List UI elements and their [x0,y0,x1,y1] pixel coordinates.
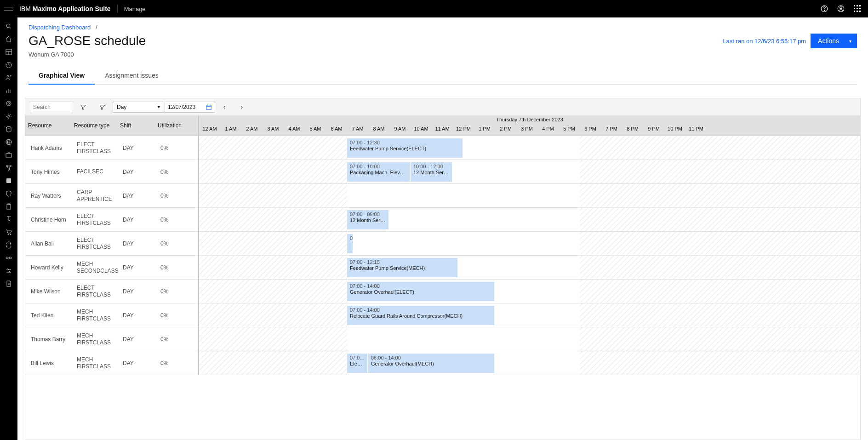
hour-header: 6 PM [580,124,601,136]
rail-database-icon[interactable] [5,125,13,133]
resource-row[interactable]: Tony HimesFACILSECDAY0% [25,160,198,184]
hour-header: 7 AM [347,124,368,136]
svg-point-39 [10,234,11,235]
help-icon[interactable] [820,5,828,13]
date-input[interactable]: 12/07/2023 [165,102,215,113]
task-bar[interactable]: 07:00 - 09:0012 Month Serv... [347,210,388,229]
resource-row[interactable]: Allan BallELECT FIRSTCLASSDAY0% [25,232,198,256]
user-icon[interactable] [837,5,845,13]
svg-point-38 [8,234,9,235]
tab-graphical-view[interactable]: Graphical View [29,67,95,85]
resource-row[interactable]: Ray WattersCARP APPRENTICEDAY0% [25,184,198,208]
rail-app-icon[interactable] [5,177,13,185]
resource-row[interactable]: Howard KellyMECH SECONDCLASSDAY0% [25,256,198,280]
app-name[interactable]: Manage [124,6,146,12]
rail-home-icon[interactable] [5,35,13,43]
brand: IBM Maximo Application Suite [19,5,111,12]
rail-search-icon[interactable] [5,22,13,30]
resource-shift: DAY [120,145,158,151]
rail-shield-icon[interactable] [5,189,13,198]
timeline-pane: Thursday 7th December 2023 12 AM1 AM2 AM… [199,116,860,375]
svg-rect-6 [859,5,861,6]
task-time: 07:00 - 12:15 [350,259,455,265]
col-header-util[interactable]: Utilization [155,116,192,129]
rail-analytics-icon[interactable] [5,86,13,95]
next-day-button[interactable]: › [234,104,250,110]
rail-document-icon[interactable] [5,280,13,288]
task-title: Feedwater Pump Service(MECH) [350,265,455,271]
task-bar[interactable]: 07:00 - 12:30Feedwater Pump Service(ELEC… [347,138,463,158]
resource-util: 0% [158,217,194,223]
hour-header: 11 PM [685,124,707,136]
clear-filter-icon[interactable] [93,100,112,114]
actions-button[interactable]: Actions ▾ [811,34,857,48]
hamburger-menu[interactable] [4,4,13,13]
resource-shift: DAY [120,193,158,199]
breadcrumb-link[interactable]: Dispatching Dashboard [29,24,91,31]
hour-header: 4 AM [284,124,305,136]
hour-header: 1 PM [474,124,495,136]
timeline-row [199,327,860,351]
svg-point-46 [9,272,11,273]
rail-sliders-icon[interactable] [5,267,13,275]
rail-loop-icon[interactable] [5,241,13,249]
resource-type: ELECT FIRSTCLASS [74,141,120,154]
prev-day-button[interactable]: ‹ [216,104,233,110]
resource-row[interactable]: Hank AdamsELECT FIRSTCLASSDAY0% [25,136,198,160]
rail-dashboard-icon[interactable] [5,48,13,56]
task-time: 08:00 - 14:00 [371,355,491,361]
tab-assignment-issues[interactable]: Assignment issues [95,67,169,84]
rail-clipboard-icon[interactable] [5,202,13,211]
period-select[interactable]: Day ▾ [113,102,164,113]
hour-header: 8 PM [622,124,643,136]
filter-icon[interactable] [74,100,92,114]
task-bar[interactable]: 07:00 - 12:15Feedwater Pump Service(MECH… [347,258,457,277]
task-bar[interactable]: 0P [347,234,353,253]
svg-rect-31 [6,154,11,157]
rail-people-icon[interactable] [5,74,13,82]
task-bar[interactable]: 07:00 - 14:00Generator Overhaul(ELECT) [347,282,494,301]
topbar: IBM Maximo Application Suite Manage [0,0,868,17]
timeline-row: 0P [199,232,860,256]
resource-row[interactable]: Christine HornELECT FIRSTCLASSDAY0% [25,208,198,232]
task-bar[interactable]: 10:00 - 12:0012 Month Serv... [411,162,452,182]
rail-globe-icon[interactable] [5,138,13,146]
task-bar[interactable]: 07:00 - 10:00Packaging Mach. Elevat... [347,162,410,182]
resource-shift: DAY [120,264,158,271]
resource-util: 0% [158,288,194,295]
resource-name: Allan Ball [28,240,74,247]
resource-shift: DAY [120,288,158,295]
resource-name: Christine Horn [28,217,74,223]
hour-header: 2 PM [495,124,516,136]
resource-row[interactable]: Mike WilsonELECT FIRSTCLASSDAY0% [25,280,198,303]
col-header-resource[interactable]: Resource [25,116,71,129]
rail-briefcase-icon[interactable] [5,151,13,159]
col-header-type[interactable]: Resource type [71,116,117,129]
rail-link-icon[interactable] [5,254,13,262]
svg-point-24 [6,101,11,106]
task-bar[interactable]: 07:0...Elect... [347,354,367,373]
resource-row[interactable]: Thomas BarryMECH FIRSTCLASSDAY0% [25,327,198,351]
col-header-shift[interactable]: Shift [117,116,155,129]
svg-rect-15 [6,49,11,55]
rail-settings-icon[interactable] [5,112,13,120]
rail-history-icon[interactable] [5,61,13,69]
task-title: Generator Overhaul(MECH) [371,361,491,367]
task-time: 07:00 - 12:30 [350,140,460,146]
resource-util: 0% [158,312,194,319]
search-input[interactable] [30,101,73,113]
main: Dispatching Dashboard / GA_ROSE schedule… [17,17,868,440]
rail-arrow-icon[interactable] [5,215,13,223]
task-bar[interactable]: 08:00 - 14:00Generator Overhaul(MECH) [368,354,494,373]
resource-row[interactable]: Bill LewisMECH FIRSTCLASSDAY0% [25,351,198,375]
rail-workflow-icon[interactable] [5,164,13,172]
resource-row[interactable]: Ted KlienMECH FIRSTCLASSDAY0% [25,303,198,327]
hour-header: 1 AM [220,124,241,136]
apps-grid-icon[interactable] [853,5,862,13]
task-bar[interactable]: 07:00 - 14:00Relocate Guard Rails Around… [347,306,494,325]
timeline-row: 07:00 - 12:30Feedwater Pump Service(ELEC… [199,136,860,160]
task-title: Feedwater Pump Service(ELECT) [350,146,460,152]
resource-type: CARP APPRENTICE [74,189,120,202]
rail-cart-icon[interactable] [5,228,13,236]
rail-target-icon[interactable] [5,99,13,108]
